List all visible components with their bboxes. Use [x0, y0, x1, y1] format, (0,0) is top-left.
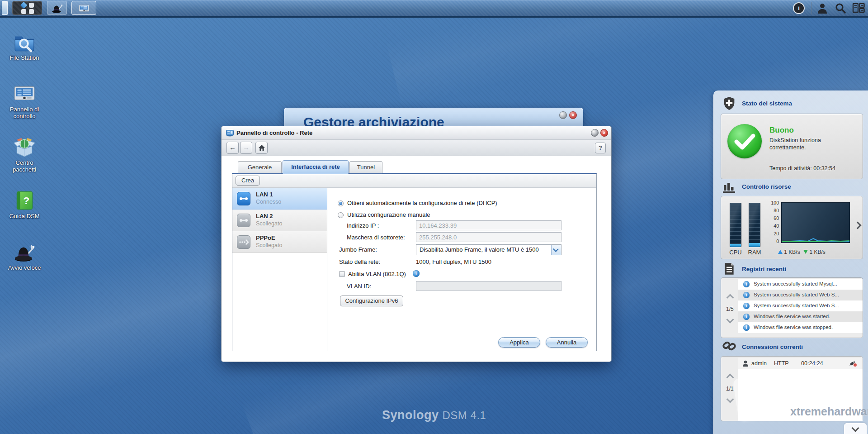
back-button[interactable]: ←: [226, 142, 239, 154]
desktop-icon-file-station[interactable]: File Station: [4, 31, 45, 61]
log-text: Windows file service was started.: [754, 314, 860, 319]
create-button[interactable]: Crea: [236, 176, 260, 186]
apply-button[interactable]: Applica: [498, 337, 540, 348]
connections-page-up-chevron[interactable]: [726, 374, 734, 382]
main-menu-button[interactable]: [12, 1, 42, 15]
main-menu-tile-icon: [29, 9, 34, 14]
vlan-checkbox[interactable]: [339, 271, 345, 277]
tab-content: Crea LAN 1 Connesso LAN 2 Scollegato: [232, 173, 597, 351]
radio-manual[interactable]: [338, 212, 344, 218]
log-row[interactable]: i Windows file service was started.: [738, 311, 863, 322]
download-rate: 1 KB/s: [809, 249, 825, 255]
chevron-down-icon[interactable]: [551, 245, 561, 255]
file-station-icon: [13, 31, 36, 53]
svg-text:?: ?: [23, 195, 29, 206]
package-center-icon: [13, 136, 36, 158]
background-window-title: Gestore archiviazione: [303, 114, 444, 126]
resource-monitor-icon: [722, 181, 736, 196]
info-icon[interactable]: i: [413, 270, 420, 277]
tab-generale[interactable]: Generale: [238, 161, 282, 173]
vlan-id-label: VLAN ID:: [347, 283, 371, 290]
connection-time: 00:24:24: [801, 360, 823, 367]
close-icon[interactable]: ×: [569, 111, 577, 119]
xtremehardware-watermark: xtremehardware.com: [790, 405, 868, 418]
desktop-icon-label: Guida DSM: [4, 213, 45, 219]
forward-button[interactable]: →: [240, 142, 252, 154]
desktop-icon-label: Pannello di controllo: [4, 106, 45, 120]
connection-row[interactable]: admin HTTP 00:24:24: [738, 358, 863, 369]
jumbo-frame-select[interactable]: Disabilita Jumbo Frame, il valore MTU è …: [416, 244, 561, 255]
log-row[interactable]: i Windows file service was stopped.: [738, 322, 863, 333]
info-icon: i: [743, 324, 750, 331]
interface-status: Scollegato: [256, 242, 282, 248]
disconnect-icon[interactable]: [849, 360, 857, 367]
tab-tunnel[interactable]: Tunnel: [349, 161, 382, 173]
network-status-value: 1000, Full duplex, MTU 1500: [416, 258, 491, 265]
log-row[interactable]: i System successfully started Web S...: [738, 290, 863, 300]
ip-field[interactable]: [416, 220, 561, 230]
pppoe-icon: [237, 235, 250, 249]
user-menu-button[interactable]: [815, 2, 830, 14]
connections-page-down-chevron[interactable]: [726, 396, 734, 403]
list-item-lan2[interactable]: LAN 2 Scollegato: [232, 210, 327, 231]
jumbo-frame-label: Jumbo Frame:: [339, 246, 377, 253]
close-icon[interactable]: ×: [600, 129, 608, 137]
show-desktop-button[interactable]: [2, 1, 8, 15]
cpu-label: CPU: [726, 249, 745, 256]
desktop-icon-label: Avvio veloce: [4, 264, 45, 271]
log-row[interactable]: i System successfully started Mysql...: [738, 279, 863, 290]
quick-start-icon: [13, 241, 36, 263]
desktop-icon-dsm-help[interactable]: ? Guida DSM: [4, 189, 45, 219]
ram-gauge: [749, 203, 760, 247]
main-menu-tile-icon: [29, 3, 34, 8]
info-icon[interactable]: i: [793, 2, 805, 14]
desktop-icon-label: Centro pacchetti: [4, 159, 45, 173]
interface-name: PPPoE: [256, 234, 275, 241]
cancel-button[interactable]: Annulla: [546, 337, 588, 348]
radio-dhcp[interactable]: [338, 200, 344, 206]
list-item-lan1[interactable]: LAN 1 Connesso: [232, 188, 327, 210]
interface-list: LAN 1 Connesso LAN 2 Scollegato PPPoE Sc…: [232, 188, 327, 351]
logs-page-down-chevron[interactable]: [726, 316, 734, 324]
log-text: System successfully started Web S...: [754, 303, 860, 308]
dsm-watermark: Synology DSM 4.1: [382, 408, 486, 422]
minimize-button[interactable]: [559, 111, 567, 119]
desktop-icon-control-panel[interactable]: Pannello di controllo: [4, 82, 45, 120]
system-status-box: Buono DiskStation funziona correttamente…: [721, 114, 863, 179]
log-row[interactable]: i System successfully started Web S...: [738, 300, 863, 311]
dialog-titlebar-icon: [226, 130, 234, 138]
main-menu-diamond-icon: [20, 2, 28, 9]
connections-pager: 1/1: [726, 386, 734, 392]
expand-resource-monitor-chevron[interactable]: [854, 222, 862, 229]
vlan-id-field[interactable]: [416, 281, 561, 291]
tab-interfaccia-di-rete[interactable]: Interfaccia di rete: [283, 160, 349, 174]
dsm-watermark-brand: Synology: [382, 408, 439, 422]
quick-start-taskbar-button[interactable]: [47, 1, 67, 15]
uptime-text: Tempo di attività: 00:32:54: [769, 165, 835, 172]
xtremehardware-logo: [732, 371, 794, 422]
list-item-pppoe[interactable]: PPPoE Scollegato: [232, 231, 327, 253]
lan-icon: [237, 214, 250, 227]
connection-protocol: HTTP: [774, 360, 789, 367]
ipv6-config-button[interactable]: Configurazione IPv6: [340, 296, 403, 306]
dialog-titlebar[interactable]: Pannello di controllo - Rete ×: [222, 126, 611, 140]
connections-title: Connessioni correnti: [742, 343, 803, 350]
pilot-view-button[interactable]: [851, 2, 866, 14]
help-button[interactable]: ?: [595, 143, 606, 153]
control-panel-task-button[interactable]: [71, 1, 96, 15]
logs-page-up-chevron[interactable]: [726, 294, 734, 302]
desktop-icon-package-center[interactable]: Centro pacchetti: [4, 136, 45, 173]
background-window-storage-manager[interactable]: Gestore archiviazione ×: [284, 108, 583, 126]
search-button[interactable]: [833, 2, 848, 14]
info-icon: i: [743, 314, 750, 320]
logs-pager: 1/5: [726, 306, 734, 312]
desktop-icon-quick-start[interactable]: Avvio veloce: [4, 241, 45, 271]
sidebar-collapse-button[interactable]: [844, 423, 867, 434]
status-value: Buono: [769, 126, 794, 135]
subnet-mask-field[interactable]: [416, 232, 561, 242]
minimize-button[interactable]: [591, 129, 599, 137]
vlan-checkbox-label: Abilita VLAN (802.1Q): [348, 271, 406, 277]
taskbar: i: [0, 0, 868, 18]
user-icon: [817, 3, 828, 14]
home-button[interactable]: [255, 142, 268, 154]
